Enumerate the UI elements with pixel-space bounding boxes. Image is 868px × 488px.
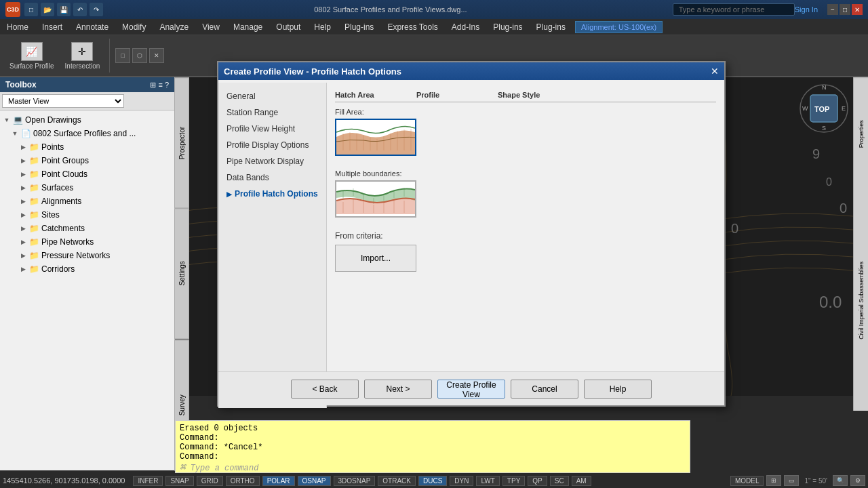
settings-status-btn[interactable]: ⚙ — [850, 475, 865, 486]
model-btn[interactable]: MODEL — [730, 476, 764, 486]
help-button[interactable]: Help — [584, 380, 652, 399]
tree-item-point-groups[interactable]: ▶ 📁 Point Groups — [3, 154, 172, 167]
cmd-line-1: Erased 0 objects — [180, 424, 686, 433]
menu-manage[interactable]: Manage — [226, 20, 269, 34]
next-button[interactable]: Next > — [364, 380, 432, 399]
points-folder-icon: 📁 — [28, 142, 39, 152]
minimize-button[interactable]: − — [827, 4, 838, 15]
open-button[interactable]: 📂 — [41, 3, 54, 16]
ribbon-btn-1[interactable]: □ — [115, 48, 130, 63]
lwt-btn[interactable]: LWT — [476, 476, 499, 486]
layout-btn[interactable]: ▭ — [784, 475, 799, 486]
multiple-boundaries-label: Multiple boundaries: — [335, 169, 437, 178]
am-btn[interactable]: AM — [572, 476, 591, 486]
cmd-prompt[interactable]: ⌘ Type a command — [180, 462, 686, 473]
import-button[interactable]: Import... — [335, 245, 416, 272]
model-icon-btn[interactable]: ⊞ — [766, 475, 781, 486]
tree-view: ▼ 💻 Open Drawings ▼ 📄 0802 Surface Profi… — [0, 110, 174, 449]
toolbox-btn1[interactable]: ⊞ — [150, 81, 156, 89]
tree-open-drawings[interactable]: ▼ 💻 Open Drawings — [3, 113, 172, 127]
scale-display: 1" = 50' — [804, 477, 827, 485]
view-selector[interactable]: Master View — [2, 94, 124, 108]
ribbon-btn-3[interactable]: ✕ — [149, 48, 164, 63]
tree-item-alignments[interactable]: ▶ 📁 Alignments — [3, 195, 172, 208]
menu-analyze[interactable]: Analyze — [153, 20, 195, 34]
tree-item-sites[interactable]: ▶ 📁 Sites — [3, 208, 172, 222]
tree-item-corridors[interactable]: ▶ 📁 Corridors — [3, 262, 172, 276]
tree-item-points[interactable]: ▶ 📁 Points — [3, 140, 172, 154]
surfaces-icon: 📁 — [28, 182, 39, 193]
infer-btn[interactable]: INFER — [133, 476, 163, 486]
status-bar: 1455410.5266, 901735.0198, 0.0000 INFER … — [0, 473, 868, 488]
toolbox-panel: Toolbox ⊞ ≡ ? Master View ▼ 💻 Open Drawi… — [0, 77, 175, 470]
otrack-btn[interactable]: OTRACK — [378, 476, 416, 486]
menu-output[interactable]: Output — [269, 20, 307, 34]
menu-plugins1[interactable]: Plug-ins — [338, 20, 380, 34]
nav-profile-view-height[interactable]: Profile View Height — [218, 121, 326, 137]
menu-home[interactable]: Home — [0, 20, 35, 34]
tree-item-pressure-networks[interactable]: ▶ 📁 Pressure Networks — [3, 249, 172, 262]
fill-area-preview[interactable] — [335, 119, 416, 156]
qp-btn[interactable]: QP — [528, 476, 547, 486]
grid-btn[interactable]: GRID — [197, 476, 223, 486]
menu-modify[interactable]: Modify — [115, 20, 153, 34]
menu-help[interactable]: Help — [307, 20, 338, 34]
coordinates-display: 1455410.5266, 901735.0198, 0.0000 — [3, 476, 125, 485]
keyword-search[interactable] — [673, 3, 795, 16]
cancel-button[interactable]: Cancel — [511, 380, 578, 399]
nav-data-bands[interactable]: Data Bands — [218, 169, 326, 186]
new-button[interactable]: □ — [24, 3, 38, 16]
multiple-boundaries-preview[interactable] — [335, 180, 416, 218]
corridors-label: Corridors — [41, 264, 75, 274]
undo-button[interactable]: ↶ — [73, 3, 87, 16]
tree-item-pipe-networks[interactable]: ▶ 📁 Pipe Networks — [3, 235, 172, 249]
nav-pipe-network-display[interactable]: Pipe Network Display — [218, 153, 326, 169]
properties-tab[interactable]: Properties — [854, 77, 868, 190]
alignments-icon: 📁 — [28, 196, 39, 207]
window-close-button[interactable]: ✕ — [852, 4, 863, 15]
menu-plugins3[interactable]: Plug-ins — [530, 20, 572, 34]
nav-profile-hatch-options[interactable]: Profile Hatch Options — [218, 186, 326, 202]
ortho-btn[interactable]: ORTHO — [226, 476, 260, 486]
menu-annotate[interactable]: Annotate — [69, 20, 115, 34]
expand-catchments: ▶ — [19, 224, 27, 232]
menu-view[interactable]: View — [195, 20, 226, 34]
civil-imperial-tab[interactable]: Civil Imperial Subassemblies — [854, 190, 868, 411]
maximize-button[interactable]: □ — [840, 4, 850, 15]
toolbox-btn2[interactable]: ≡ — [158, 81, 162, 89]
menu-insert[interactable]: Insert — [35, 20, 69, 34]
menu-express[interactable]: Express Tools — [380, 20, 444, 34]
drawing-item[interactable]: ▼ 📄 0802 Surface Profiles and ... — [3, 127, 172, 140]
prospector-tab[interactable]: Prospector — [174, 77, 189, 208]
ribbon-btn-2[interactable]: ⬡ — [132, 48, 147, 63]
osnap-btn[interactable]: OSNAP — [298, 476, 331, 486]
create-profile-view-button[interactable]: Create Profile View — [437, 380, 505, 399]
app-logo: C3D — [5, 2, 20, 17]
menu-plugins2[interactable]: Plug-ins — [486, 20, 529, 34]
tree-item-surfaces[interactable]: ▶ 📁 Surfaces — [3, 181, 172, 195]
3dosnap-btn[interactable]: 3DOSNAP — [334, 476, 376, 486]
nav-general[interactable]: General — [218, 88, 326, 104]
intersection-btn[interactable]: ✛ Intersection — [61, 39, 104, 73]
nav-station-range[interactable]: Station Range — [218, 104, 326, 121]
dyn-btn[interactable]: DYN — [450, 476, 473, 486]
svg-text:0: 0 — [731, 221, 738, 236]
nav-profile-display-options[interactable]: Profile Display Options — [218, 137, 326, 153]
ducs-btn[interactable]: DUCS — [418, 476, 447, 486]
tree-item-point-clouds[interactable]: ▶ 📁 Point Clouds — [3, 167, 172, 181]
sc-btn[interactable]: SC — [550, 476, 569, 486]
tree-item-catchments[interactable]: ▶ 📁 Catchments — [3, 222, 172, 235]
zoom-btn[interactable]: 🔍 — [833, 475, 848, 486]
polar-btn[interactable]: POLAR — [262, 476, 295, 486]
toolbox-help[interactable]: ? — [165, 81, 169, 89]
surface-profile-btn[interactable]: 📈 Surface Profile — [5, 39, 58, 73]
redo-button[interactable]: ↷ — [90, 3, 103, 16]
settings-tab[interactable]: Settings — [174, 208, 189, 339]
menu-addins[interactable]: Add-Ins — [445, 20, 486, 34]
tpy-btn[interactable]: TPY — [502, 476, 525, 486]
snap-btn[interactable]: SNAP — [165, 476, 193, 486]
dialog-close-button[interactable]: ✕ — [711, 66, 719, 77]
back-button[interactable]: < Back — [291, 380, 359, 399]
save-button[interactable]: 💾 — [57, 3, 71, 16]
signin-button[interactable]: Sign In — [795, 5, 818, 14]
